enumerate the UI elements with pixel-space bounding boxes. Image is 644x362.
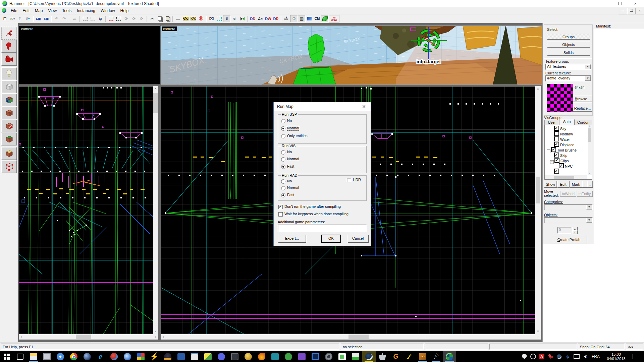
categories-combo[interactable]: ▼ [544,204,593,210]
viewport-2d-top[interactable] [19,86,154,335]
bsp-only-entities-label[interactable]: Only entities [287,134,308,138]
scroll-thumb[interactable] [536,177,540,203]
edit-button[interactable]: Edit [557,181,569,187]
checkbox-checked-icon[interactable] [551,147,556,152]
carve-icon[interactable] [182,15,190,22]
task-view-button[interactable] [13,351,27,362]
close-button[interactable]: × [628,0,643,7]
block-tool-button[interactable] [1,80,17,93]
chevron-down-icon[interactable]: ▼ [586,218,592,223]
move-down-button[interactable]: ↓ [587,181,593,187]
mark-button[interactable]: Mark [570,181,582,187]
object-properties-icon[interactable]: ▱ [71,15,78,22]
taskbar-banana-app[interactable]: ʃ [402,351,416,362]
menu-window[interactable]: Window [98,7,118,14]
mdi-minimize-button[interactable]: – [619,8,627,14]
texture-scale-lock-icon[interactable]: ‹tl› [231,15,238,22]
checkbox-unchecked-icon[interactable] [554,136,559,141]
checkbox-checked-icon[interactable] [554,169,559,174]
texture-application-tool-button[interactable] [1,94,17,106]
run-dw-icon[interactable]: DW [264,15,272,22]
scroll-thumb[interactable] [76,335,91,339]
cut-icon[interactable]: ✂ [148,15,156,22]
language-indicator[interactable]: FRA [590,354,602,359]
nodraw-toggle-icon[interactable]: nodraw [329,15,339,22]
visgroup-item-skip[interactable]: Skip [545,153,587,158]
redo-icon[interactable]: ↷ [60,15,68,22]
taskbar-steam-client[interactable]: ☄ [429,351,443,362]
viewport-3d[interactable]: camera SKYBOX SKYBOX [161,25,543,85]
magnify-tool-button[interactable] [1,40,17,53]
taskbar-photos-app[interactable] [201,351,215,362]
selection-tool-button[interactable] [1,27,17,40]
load-window-state-icon[interactable]: L▣ [35,15,42,22]
scroll-thumb[interactable] [348,335,369,339]
taskbar-download-manager[interactable] [349,351,362,362]
taskbar-gamebanana[interactable]: G [389,351,402,362]
taskbar-toy-blocks[interactable] [134,351,148,362]
menu-view[interactable]: View [45,7,59,14]
cancel-button[interactable]: Cancel [347,235,368,242]
solids-button[interactable]: Solids [547,50,590,55]
scroll-down-arrow[interactable]: ˅ [535,329,541,334]
menu-instancing[interactable]: Instancing [74,7,98,14]
scroll-right-arrow[interactable]: › [535,334,541,340]
mdi-restore-button[interactable] [627,8,636,14]
hide-unselected-icon[interactable] [115,15,122,22]
additional-params-input[interactable] [278,225,367,232]
taskbar-green-app[interactable] [282,351,295,362]
scroll-left-arrow[interactable]: ‹ [161,334,166,340]
taskbar-chrome[interactable] [67,351,80,362]
taskbar-headphones[interactable] [161,351,174,362]
ignore-groups-icon[interactable]: ig [97,15,104,22]
taskbar-hammer[interactable] [443,351,456,362]
run-dr-icon[interactable]: DR [272,15,280,22]
show-hidden-icon[interactable]: ⟳ [122,15,130,22]
rad-fast-label[interactable]: Fast [287,193,294,197]
texture-lock-icon[interactable]: tl [223,15,231,22]
clipping-tool-button[interactable] [1,147,17,160]
ok-button[interactable]: OK [322,235,340,242]
scroll-up-arrow[interactable]: ˄ [588,125,592,127]
spinner-down-button[interactable]: ▼ [572,230,578,234]
copy-icon[interactable] [156,15,164,22]
viewport-camera-label[interactable]: camera [20,26,35,31]
bsp-normal-radio[interactable] [281,126,285,131]
tab-user[interactable]: User [544,120,559,125]
to-entity-button[interactable]: toEntity [577,191,593,197]
dialog-close-icon[interactable]: ✕ [357,102,371,111]
scroll-down-arrow[interactable]: ˅ [588,173,592,175]
scroll-thumb[interactable] [588,128,591,142]
current-texture-combo[interactable]: /raffle_overlay ▼ [545,75,591,81]
visgroup-item-clips[interactable]: −Clips [545,158,587,163]
taskbar-performance-monitor[interactable] [40,351,54,362]
rad-no-label[interactable]: No [287,179,292,183]
taskbar-steam[interactable] [362,351,376,362]
vis-fast-label[interactable]: Fast [287,164,294,169]
fence-displacements-icon[interactable]: ▥ [298,15,306,22]
dont-run-game-label[interactable]: Don't run the game after compiling [284,204,341,209]
scrollbar-vertical-right-view[interactable]: ˄ ˅ [535,86,541,334]
taskbar-dark-app[interactable] [228,351,241,362]
rad-normal-radio[interactable] [281,186,285,190]
to-world-button[interactable]: toWorld [560,191,576,197]
scroll-up-arrow[interactable]: ˄ [535,86,541,92]
menu-help[interactable]: Help [118,7,131,14]
group-icon[interactable] [81,15,89,22]
grid-smaller-icon[interactable]: #- [16,15,24,22]
taskbar-clock[interactable]: 15:0304/01/2018 [602,352,631,361]
flip-objects-icon[interactable] [238,15,246,22]
molecule-tray-icon[interactable] [546,351,555,362]
taskbar-crown-game[interactable] [376,351,389,362]
visgroup-item-partial[interactable] [545,169,587,174]
checkbox-checked-icon[interactable] [554,153,559,158]
menu-tools[interactable]: Tools [59,7,74,14]
dont-run-game-checkbox[interactable] [278,205,283,209]
taskbar-flame-app[interactable] [255,351,268,362]
run-dd-icon[interactable]: DD [249,15,257,22]
vis-no-label[interactable]: No [287,150,292,154]
taskbar-ccleaner[interactable] [107,351,121,362]
usb-tray-icon[interactable]: ψ [564,351,572,362]
taskbar-gold-app[interactable] [241,351,255,362]
replace-button[interactable]: Replace... [573,105,592,111]
